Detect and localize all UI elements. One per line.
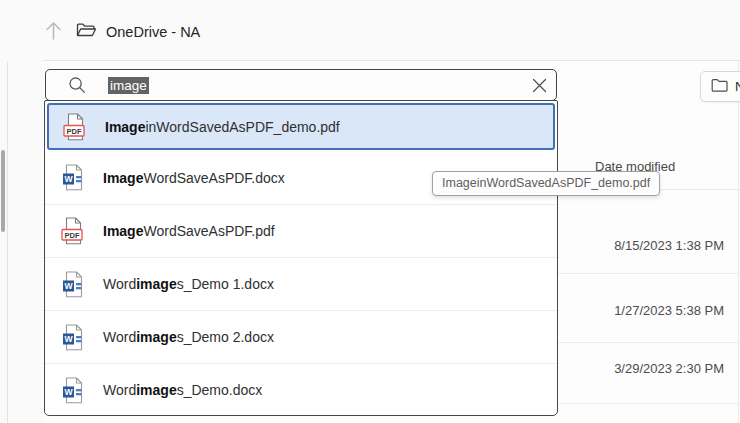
close-icon — [532, 78, 547, 93]
svg-text:W: W — [64, 387, 73, 397]
list-item[interactable]: PDFImageWordSaveAsPDF.pdf — [45, 204, 557, 257]
list-item[interactable]: WWordimages_Demo 1.docx — [45, 257, 557, 310]
list-item[interactable]: WWordimages_Demo 2.docx — [45, 310, 557, 363]
search-icon — [68, 76, 86, 94]
folder-icon — [711, 78, 728, 95]
file-name: Wordimages_Demo 2.docx — [103, 329, 274, 345]
window-edge — [738, 61, 739, 423]
file-name: Wordimages_Demo.docx — [103, 382, 262, 398]
word-file-icon: W — [60, 164, 86, 191]
word-file-icon: W — [62, 271, 85, 298]
pdf-file-icon: PDF — [63, 113, 87, 141]
pdf-file-icon: PDF — [62, 113, 88, 141]
word-file-icon: W — [60, 324, 86, 351]
new-button-label: N — [735, 79, 740, 94]
file-name: ImageWordSaveAsPDF.docx — [103, 170, 285, 186]
tooltip: ImageinWordSavedAsPDF_demo.pdf — [432, 171, 660, 196]
row-divider — [558, 273, 740, 274]
date-modified-value: 1/27/2023 5:38 PM — [564, 303, 724, 318]
row-divider — [558, 342, 740, 343]
toolbar-divider — [43, 60, 740, 61]
open-folder-icon — [76, 22, 97, 43]
list-item[interactable]: WWordimages_Demo.docx — [45, 363, 557, 416]
row-divider — [558, 403, 740, 404]
file-name: Wordimages_Demo 1.docx — [103, 276, 274, 292]
clear-search-button[interactable] — [522, 70, 556, 100]
svg-text:W: W — [64, 281, 73, 291]
word-file-icon: W — [62, 377, 85, 404]
new-button[interactable]: N — [700, 71, 740, 102]
svg-text:W: W — [64, 174, 73, 184]
date-modified-value: 3/29/2023 2:30 PM — [564, 361, 724, 376]
svg-text:W: W — [64, 334, 73, 344]
pdf-file-icon: PDF — [61, 217, 85, 245]
svg-text:PDF: PDF — [64, 231, 80, 240]
word-file-icon: W — [62, 164, 85, 191]
pdf-file-icon: PDF — [60, 217, 86, 245]
scrollbar-thumb[interactable] — [1, 150, 5, 232]
file-name: ImageinWordSavedAsPDF_demo.pdf — [105, 119, 340, 135]
date-modified-value: 8/15/2023 1:38 PM — [564, 238, 724, 253]
breadcrumb[interactable]: OneDrive - NA — [76, 18, 200, 46]
breadcrumb-label: OneDrive - NA — [106, 24, 200, 40]
nav-pane-divider — [7, 18, 8, 423]
up-arrow-icon — [44, 20, 63, 45]
list-item[interactable]: PDFImageinWordSavedAsPDF_demo.pdf — [47, 103, 555, 150]
selected-text: image — [108, 77, 149, 94]
search-suggestions-dropdown: PDFImageinWordSavedAsPDF_demo.pdfWImageW… — [44, 100, 558, 416]
svg-text:PDF: PDF — [66, 126, 82, 135]
file-name: ImageWordSaveAsPDF.pdf — [103, 223, 275, 239]
navigate-up-button[interactable] — [40, 18, 66, 46]
word-file-icon: W — [62, 324, 85, 351]
search-input[interactable]: image — [45, 69, 557, 101]
word-file-icon: W — [60, 377, 86, 404]
word-file-icon: W — [60, 271, 86, 298]
search-input-value: image — [108, 78, 522, 93]
